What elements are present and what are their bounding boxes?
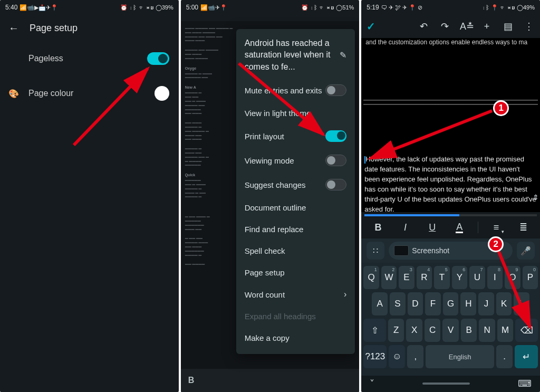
scroll-handle-icon[interactable]: ⇕ [533,192,539,203]
key-enter[interactable]: ↵ [515,345,538,368]
menu-label: Find and replace [245,225,304,234]
key-d[interactable]: D [408,292,423,315]
text-format-icon[interactable]: A≛ [460,21,471,32]
align-button[interactable]: ≡▾ [487,222,505,233]
menu-suggest-changes[interactable]: Suggest changes [236,173,355,197]
paragraph-text[interactable]: However, the lack of updates way past th… [363,152,538,216]
key-backspace[interactable]: ⌫ [515,319,538,342]
key-o[interactable]: 9O [505,266,520,289]
key-c[interactable]: C [425,319,440,342]
key-n[interactable]: N [479,319,495,342]
key-y[interactable]: 6Y [452,266,467,289]
viewing-mode-toggle[interactable] [325,155,346,166]
text-color-button[interactable]: A [450,222,468,233]
menu-page-setup[interactable]: Page setup [236,262,355,283]
key-i[interactable]: 8I [487,266,503,289]
keyboard-collapse-icon[interactable]: ˅ [370,378,374,389]
menu-label: View in light theme [245,109,311,118]
menu-find-replace[interactable]: Find and replace [236,218,355,240]
key-period[interactable]: . [496,345,513,368]
comment-icon[interactable]: ▤ [502,21,514,32]
key-v[interactable]: V [442,319,458,342]
print-layout-toggle[interactable] [325,130,346,142]
menu-mute-entries[interactable]: Mute entries and exits [236,78,355,102]
on-screen-keyboard: 1Q2W3E4R5T6Y7U8I9O0P ASDFGHJKL ⇧ZXCVBNM⌫… [361,263,540,376]
key-t[interactable]: 5T [434,266,449,289]
status-left-icons: 🗨 ✈ 🕊 ✈ 📍 ⊘ [381,4,422,11]
key-g[interactable]: G [443,292,459,315]
bold-icon[interactable]: B [188,376,195,385]
row-page-colour[interactable]: 🎨 Page colour [0,75,179,111]
document-title[interactable]: Android has reached a saturation level w… [245,37,340,73]
key-a[interactable]: A [372,292,388,315]
suggest-changes-toggle[interactable] [325,179,346,190]
key-emoji[interactable]: ☺ [389,345,405,368]
pageless-toggle[interactable] [147,52,169,65]
status-time: 5:40 [5,4,17,11]
status-bar: 5:40 📶📹▶📩✈📍 ⏰ ⋮ᛒ ᯤ ⌘ ₪ ◯39% [0,0,179,15]
menu-word-count[interactable]: Word count › [236,283,355,305]
key-b[interactable]: B [461,319,477,342]
mute-toggle[interactable] [325,84,346,96]
chevron-right-icon: › [344,290,346,299]
key-m[interactable]: M [497,319,513,342]
menu-label: Make a copy [245,333,290,342]
key-u[interactable]: 7U [469,266,485,289]
key-space[interactable]: English [426,345,494,368]
appbar: ← Page setup [0,15,179,42]
menu-label: Word count [245,290,285,299]
redo-icon[interactable]: ↷ [439,21,450,32]
keyboard-menu-icon[interactable]: ∷ [367,242,384,260]
menu-label: Page setup [245,268,285,277]
key-e[interactable]: 3E [399,266,414,289]
status-right-icons: ⏰ ⋮ᛒ ᯤ ⌘ ₪ [120,4,153,11]
document-body[interactable]: and the customization options enable end… [361,38,540,212]
thumbnail-icon [394,245,409,256]
bold-button[interactable]: B [369,222,387,233]
format-toolbar: B I U A ≡▾ ≣ [361,216,540,238]
key-z[interactable]: Z [388,319,404,342]
menu-make-copy[interactable]: Make a copy [236,327,355,349]
undo-icon[interactable]: ↶ [418,21,429,32]
menu-print-layout[interactable]: Print layout [236,124,355,148]
key-k[interactable]: K [496,292,512,315]
status-battery: ◯39% [156,4,173,11]
page-title: Page setup [30,23,78,34]
status-time: 5:19 [367,4,379,11]
menu-expand-headings: Expand all headings [236,305,355,327]
menu-label: Spell check [245,246,285,255]
menu-viewing-mode[interactable]: Viewing mode [236,148,355,173]
back-icon[interactable]: ← [8,22,19,34]
key-q[interactable]: 1Q [363,266,379,289]
key-s[interactable]: S [390,292,406,315]
key-j[interactable]: J [478,292,494,315]
key-r[interactable]: 4R [417,266,432,289]
menu-document-outline[interactable]: Document outline [236,197,355,218]
menu-view-light-theme[interactable]: View in light theme [236,102,355,124]
underline-button[interactable]: U [423,222,441,233]
more-icon[interactable]: ⋮ [523,21,535,32]
list-button[interactable]: ≣ [514,222,532,233]
italic-button[interactable]: I [396,222,414,233]
key-symbols[interactable]: ?123 [363,345,387,368]
row-label: Page colour [28,89,73,98]
key-p[interactable]: 0P [523,266,538,289]
editor-toolbar: ✓ ↶ ↷ A≛ + ▤ ⋮ [361,15,540,38]
key-f[interactable]: F [425,292,441,315]
confirm-icon[interactable]: ✓ [367,20,375,33]
voice-input-icon[interactable]: 🎤 [517,242,535,260]
keyboard-switch-icon[interactable]: ⌨ [518,378,532,389]
row-pageless[interactable]: Pageless [0,42,179,75]
key-comma[interactable]: , [407,345,423,368]
insert-icon[interactable]: + [481,21,493,32]
key-x[interactable]: X [406,319,422,342]
menu-spell-check[interactable]: Spell check [236,240,355,262]
key-w[interactable]: 2W [381,266,397,289]
page-colour-swatch[interactable] [155,86,169,101]
edit-title-icon[interactable]: ✎ [340,50,346,60]
key-shift[interactable]: ⇧ [363,319,386,342]
key-l[interactable]: L [514,292,529,315]
key-h[interactable]: H [460,292,476,315]
status-battery: ◯49% [517,4,535,11]
gesture-handle[interactable] [422,383,470,385]
